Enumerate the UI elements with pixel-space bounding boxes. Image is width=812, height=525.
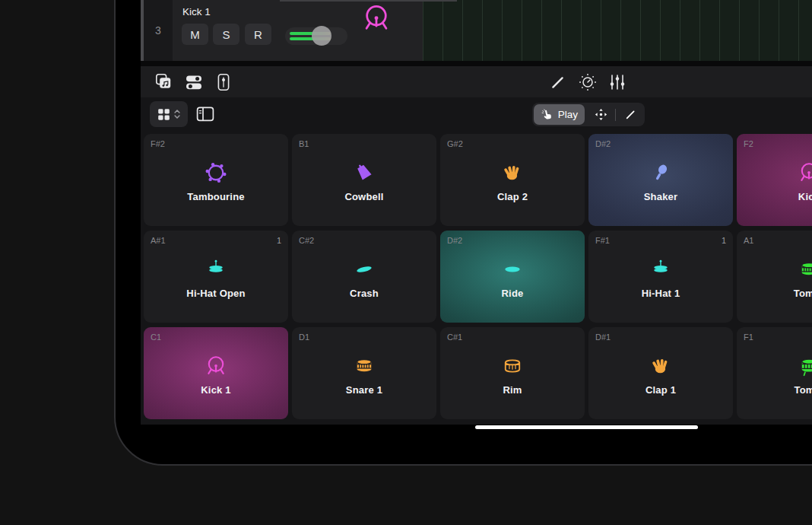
pad-count-badge: 1 [722, 236, 726, 245]
tom-floor-icon [798, 355, 812, 377]
pad-name-label: Snare 1 [346, 384, 382, 396]
pad-note-label: C#2 [299, 236, 314, 245]
chevron-up-down-icon [173, 107, 181, 122]
track-row: 3 Kick 1 M S R [141, 0, 812, 61]
pad-name-label: Cowbell [344, 191, 383, 202]
hihat-icon [649, 258, 672, 281]
pad-name-label: Kick 1 [201, 384, 231, 396]
pad-name-label: Clap 1 [645, 384, 676, 396]
pad-snare-1[interactable]: D1 Snare 1 [292, 327, 436, 419]
pad-note-label: D#2 [447, 236, 462, 245]
track-name: Kick 1 [182, 6, 211, 18]
pad-name-label: Ride [502, 288, 524, 299]
pad-kick[interactable]: F2 Kick [737, 134, 812, 226]
volume-slider[interactable] [285, 27, 347, 45]
pad-tom-l[interactable]: F1 Tom L [737, 327, 812, 419]
pad-rim[interactable]: C#1 Rim [440, 327, 585, 419]
play-mode-label: Play [558, 109, 578, 120]
record-button[interactable]: R [245, 24, 271, 45]
pad-note-label: F1 [744, 332, 753, 342]
pad-note-label: G#2 [447, 139, 463, 148]
tap-hand-icon [541, 108, 553, 121]
pad-note-label: C#1 [447, 332, 462, 342]
pad-count-badge: 1 [277, 236, 281, 245]
sidebar-toggle-button[interactable] [195, 104, 215, 124]
pad-clap-1[interactable]: D#1 Clap 1 [588, 327, 733, 419]
cells-view-icon [154, 72, 174, 92]
pads-toolbar: Play [141, 97, 812, 131]
mute-button[interactable]: M [182, 24, 208, 45]
pad-note-label: B1 [299, 139, 309, 148]
pads-grid: F#2TambourineB1 CowbellG#2 Clap 2D#2 Sha… [144, 134, 812, 419]
pad-note-label: D#1 [595, 332, 611, 342]
mode-edit-button[interactable] [616, 103, 645, 126]
pad-note-label: F#1 [595, 236, 610, 245]
kick-icon [205, 355, 227, 377]
mode-segmented-control: Play [532, 103, 645, 126]
pad-shaker[interactable]: D#2 Shaker [588, 134, 733, 226]
pad-cowbell[interactable]: B1 Cowbell [292, 134, 436, 226]
pad-note-label: A1 [744, 236, 753, 245]
pad-note-label: A#1 [151, 236, 166, 245]
shaker-icon [649, 161, 672, 184]
pad-hi-hat-1[interactable]: F#11 Hi-Hat 1 [588, 231, 733, 323]
solo-button[interactable]: S [213, 24, 239, 45]
pad-name-label: Tom H [794, 288, 812, 299]
pad-note-label: D#2 [595, 139, 611, 148]
main-toolbar [141, 66, 812, 97]
pencil-button[interactable] [548, 72, 568, 92]
track-toggles-button[interactable] [184, 72, 204, 92]
mode-play-button[interactable]: Play [534, 104, 585, 125]
pad-ride[interactable]: D#2Ride [440, 231, 585, 323]
pad-name-label: Tambourine [187, 191, 244, 202]
pad-note-label: D1 [299, 332, 309, 342]
hihat-icon [205, 258, 227, 281]
rim-icon [501, 355, 524, 377]
mixer-icon [607, 72, 627, 92]
ride-icon [501, 258, 524, 281]
count-in-icon [578, 72, 598, 92]
pad-hi-hat-open[interactable]: A#11 Hi-Hat Open [144, 231, 288, 323]
mode-move-button[interactable] [586, 103, 615, 126]
clap-icon [501, 161, 524, 184]
count-in-button[interactable] [578, 72, 598, 92]
cells-view-button[interactable] [154, 72, 174, 92]
move-icon [594, 107, 608, 122]
track-header[interactable]: Kick 1 M S R [173, 0, 423, 61]
volume-knob[interactable] [312, 26, 331, 46]
pad-name-label: Tom L [794, 384, 812, 396]
pad-name-label: Shaker [644, 191, 678, 202]
pad-name-label: Kick [798, 191, 812, 202]
track-toggles-icon [184, 72, 204, 92]
app-screen: 3 Kick 1 M S R [141, 0, 812, 425]
smart-controls-button[interactable] [214, 72, 233, 92]
pad-crash[interactable]: C#2Crash [292, 231, 436, 323]
mixer-button[interactable] [607, 72, 627, 92]
pad-clap-2[interactable]: G#2 Clap 2 [440, 134, 585, 226]
clap-icon [649, 355, 672, 377]
pad-layout-picker[interactable] [150, 101, 188, 127]
sidebar-icon [195, 115, 215, 126]
pad-note-label: C1 [151, 332, 161, 342]
track-number: 3 [144, 0, 173, 61]
pad-note-label: F2 [744, 139, 753, 148]
cowbell-icon [353, 161, 376, 184]
grid-4-icon [157, 107, 171, 122]
tom-icon [798, 258, 812, 281]
pencil-icon [623, 107, 638, 122]
pad-name-label: Rim [503, 384, 522, 396]
pad-kick-1[interactable]: C1 Kick 1 [144, 327, 288, 419]
pad-name-label: Hi-Hat 1 [642, 288, 680, 299]
screenshot-stage: 3 Kick 1 M S R [0, 0, 812, 525]
smart-controls-icon [214, 72, 233, 92]
pad-name-label: Clap 2 [497, 191, 528, 202]
horizontal-scroll-indicator[interactable] [475, 425, 698, 429]
pad-tambourine[interactable]: F#2Tambourine [144, 134, 288, 226]
snare-icon [353, 355, 376, 377]
crash-icon [353, 258, 376, 281]
pad-name-label: Hi-Hat Open [186, 288, 245, 299]
kick-icon [798, 161, 812, 184]
pad-tom-h[interactable]: A1 Tom H [737, 231, 812, 323]
timeline-grid[interactable] [423, 0, 812, 61]
pad-name-label: Crash [350, 288, 379, 299]
